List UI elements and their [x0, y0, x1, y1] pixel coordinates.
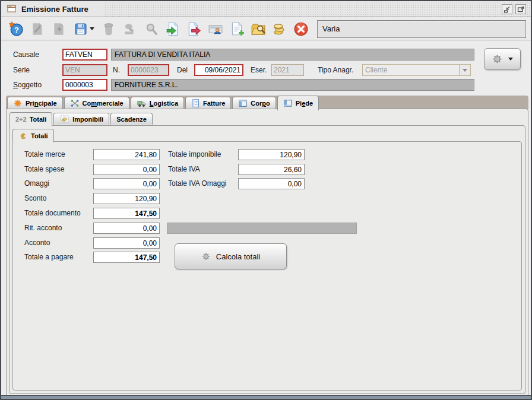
tab-logistica[interactable]: Logistica: [131, 97, 184, 109]
numero-label: N.: [113, 64, 120, 76]
euro-icon: €: [18, 131, 28, 141]
tab-principale[interactable]: Principale: [7, 97, 63, 109]
subtab-imponibili[interactable]: Imponibili: [53, 113, 109, 125]
acconto-input[interactable]: [93, 237, 160, 249]
piede-panel: 2+2 Totali Imponibili Scadenze € Totali: [6, 109, 528, 398]
gear-icon: [201, 252, 211, 261]
folder-search-icon[interactable]: [251, 21, 266, 37]
causale-label: Causale: [13, 49, 39, 61]
totale-a-pagare-input[interactable]: [93, 252, 160, 263]
user-card-icon[interactable]: [208, 21, 223, 37]
numero-input: [128, 64, 169, 76]
omaggi-input[interactable]: [93, 178, 160, 189]
tipo-anagr-value: Cliente: [363, 66, 459, 74]
eser-label: Eser.: [251, 64, 267, 76]
wizard-help-icon[interactable]: ?: [8, 21, 24, 37]
eser-input: [271, 64, 304, 76]
tab-piede[interactable]: Piede: [277, 96, 319, 110]
soggetto-description: FORNITURE S.R.L.: [111, 79, 474, 91]
totale-merce-input[interactable]: [93, 149, 160, 160]
layout-body-icon: [238, 99, 248, 108]
totale-spese-label: Totale spese: [24, 164, 64, 175]
export-doc-icon[interactable]: [186, 21, 202, 37]
import-doc-icon[interactable]: [165, 21, 180, 37]
coins-icon[interactable]: [272, 21, 287, 37]
calcola-totali-label: Calcola totali: [216, 252, 260, 261]
totale-documento-input[interactable]: [93, 208, 160, 219]
gear-dropdown-arrow-icon: [508, 58, 513, 61]
invoice-icon: [191, 99, 200, 108]
innertab-totali[interactable]: € Totali: [12, 129, 54, 142]
causale-description: FATTURA DI VENDITA ITALIA: [111, 49, 474, 61]
tab-corpo[interactable]: Corpo: [232, 97, 276, 109]
omaggi-label: Omaggi: [24, 178, 49, 189]
add-doc-icon[interactable]: [229, 21, 245, 37]
status-value: Varia: [322, 24, 340, 33]
window-frame-bottom: [1, 395, 531, 399]
title-bar: Emissione Fatture: [1, 1, 531, 17]
network-icon: [70, 99, 80, 108]
emissione-fatture-window: Emissione Fatture ?: [0, 0, 532, 400]
totale-a-pagare-label: Totale a pagare: [24, 252, 74, 263]
status-field[interactable]: Varia: [317, 20, 526, 38]
window-icon: [7, 4, 17, 14]
sconto-input[interactable]: [93, 193, 160, 204]
rit-acconto-description-bar: [167, 223, 357, 234]
totale-imponibile-label: Totale imponibile: [168, 149, 221, 160]
totale-merce-label: Totale merce: [24, 149, 65, 160]
calcola-totali-button[interactable]: Calcola totali: [175, 243, 287, 269]
tipo-anagr-combo: Cliente: [362, 64, 471, 76]
gear-icon: [492, 53, 503, 65]
save-icon[interactable]: [72, 21, 95, 37]
subtab-scadenze[interactable]: Scadenze: [110, 113, 153, 125]
totale-spese-input[interactable]: [93, 164, 160, 175]
tab-commerciale[interactable]: Commerciale: [64, 97, 129, 109]
edit-icon: [30, 21, 45, 37]
search-icon: [144, 21, 159, 37]
rit-acconto-input[interactable]: [93, 223, 160, 234]
iconify-button[interactable]: [502, 4, 512, 14]
coins-box-icon: [59, 115, 69, 123]
serie-input: [62, 64, 107, 76]
totale-iva-label: Totale IVA: [168, 164, 200, 175]
tipo-anagr-dropdown-icon: [459, 65, 470, 75]
del-label: Del: [177, 64, 188, 76]
del-date-input[interactable]: [194, 64, 243, 76]
totale-documento-label: Totale documento: [24, 208, 81, 219]
tab-fatture[interactable]: Fatture: [185, 97, 231, 109]
sconto-label: Sconto: [24, 193, 46, 204]
totals-form-panel: Totale merce Totale spese Omaggi Sconto …: [12, 141, 522, 391]
totale-iva-omaggi-input[interactable]: [238, 178, 305, 189]
totali-inner-tab-strip: € Totali: [12, 128, 55, 141]
causale-input[interactable]: [62, 49, 107, 61]
window-title: Emissione Fatture: [21, 5, 88, 14]
main-toolbar: ?: [1, 18, 531, 40]
maximize-button[interactable]: [515, 4, 526, 14]
tipo-anagr-label: Tipo Anagr.: [318, 64, 353, 76]
truck-icon: [137, 99, 147, 108]
two-plus-two-icon: 2+2: [15, 116, 27, 123]
totali-group-panel: € Totali Totale merce Totale spese Omagg…: [9, 125, 525, 394]
svg-text:€: €: [21, 132, 26, 141]
acconto-label: Acconto: [24, 237, 50, 249]
stamp-icon: [122, 21, 138, 37]
rit-acconto-label: Rit. acconto: [24, 223, 62, 234]
subtab-totali[interactable]: 2+2 Totali: [10, 112, 52, 126]
soggetto-input[interactable]: [62, 79, 107, 91]
layout-footer-icon: [283, 99, 293, 108]
serie-label: Serie: [13, 64, 30, 76]
totale-imponibile-input[interactable]: [238, 149, 305, 160]
header-gear-menu-button[interactable]: [484, 48, 521, 70]
piede-sub-tab-strip: 2+2 Totali Imponibili Scadenze: [10, 111, 154, 125]
soggetto-label: Soggetto: [13, 79, 42, 91]
delete-icon: [101, 21, 116, 37]
totale-iva-omaggi-label: Totale IVA Omaggi: [168, 178, 227, 189]
new-doc-icon: [51, 21, 66, 37]
asterisk-icon: [13, 99, 23, 108]
main-tab-strip: Principale Commerciale Logistica Fatture…: [6, 96, 528, 109]
close-icon[interactable]: [293, 21, 309, 37]
save-dropdown-arrow-icon[interactable]: [90, 27, 94, 30]
totale-iva-input[interactable]: [238, 164, 305, 175]
svg-text:?: ?: [14, 25, 19, 34]
